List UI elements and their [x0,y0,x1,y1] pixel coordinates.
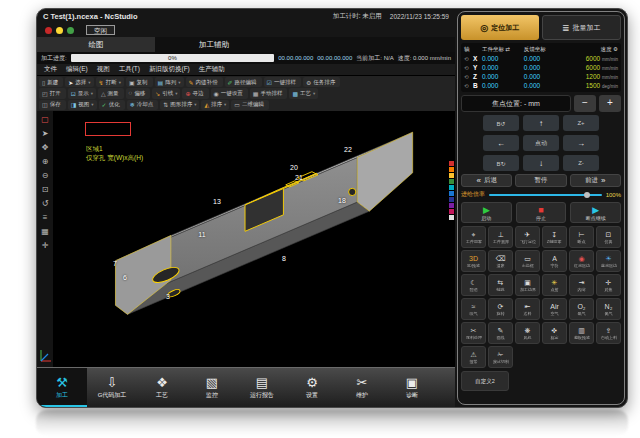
palette-swatch[interactable] [449,161,454,166]
toolbar-button[interactable]: ◌ 偏移 [126,88,151,98]
toolbar-button[interactable]: △ 测量 [98,88,124,98]
axis-clear-icon[interactable]: ⟲ [464,83,473,89]
toolbar-button[interactable]: ◭ 排序 ▾ [201,100,229,110]
function-button[interactable]: ✛ 对焦 [596,274,621,296]
function-button[interactable]: A 字符 [542,250,567,272]
function-button[interactable]: ↧ Z轴回零 [542,226,567,248]
taskbar-item[interactable]: ▤ 运行报告 [237,368,287,407]
palette-swatch[interactable] [449,179,454,184]
toolbar-button[interactable]: ▣ 复制 [126,77,153,87]
function-button[interactable]: ▣ 加工边界 [515,274,540,296]
function-button[interactable]: ❋ 风机 [515,322,540,344]
function-button[interactable]: ✁ 蒙皮切割 [488,346,513,368]
tab-machining-assist[interactable]: 加工辅助 [155,37,273,52]
toolbar-button[interactable]: ⇅ 图形排序 ▾ [160,100,199,110]
custom-2-button[interactable]: 自定义2 [461,371,509,391]
toolbar-button[interactable]: ▤ 阵列 ▾ [155,77,184,87]
function-button[interactable]: ⌫ 清废 [488,250,513,272]
function-button[interactable]: O₂ 氧气 [569,298,594,320]
toolbar-button[interactable]: ☑ 一键排样 [264,77,301,87]
drawing-tool-icon[interactable]: ⊖ [40,170,51,181]
function-button[interactable]: ⇪ 自动上料 [596,322,621,344]
function-button[interactable]: ⊥ 工件测厚 [488,226,513,248]
backward-button[interactable]: « 后退 [461,174,512,187]
toolbar-button[interactable]: ◨ 视图 ▾ [68,100,97,110]
function-button[interactable]: ▭ 走边框 [515,250,540,272]
toolbar-button[interactable]: ⊡ 显示 ▾ [68,88,96,98]
drawing-tool-icon[interactable]: ⊕ [40,156,51,167]
toolbar-button[interactable]: ⊕ 寻边 [182,88,208,98]
jog-x-minus-button[interactable]: ← [483,135,519,151]
toolbar-button[interactable]: ▦ 手动排样 [250,88,288,98]
taskbar-item[interactable]: ⇩ G代码加工 [87,368,137,407]
palette-swatch[interactable] [449,197,454,202]
menu-item[interactable]: 新旧版切换(F) [149,65,190,74]
axis-clear-icon[interactable]: ⟲ [464,56,473,62]
palette-swatch[interactable] [449,209,454,214]
forward-button[interactable]: 前进 » [570,174,621,187]
jog-b-cw-button[interactable]: B↻ [483,155,519,171]
taskbar-item[interactable]: ▧ 监控 [187,368,237,407]
menu-item[interactable]: 生产辅助 [199,65,225,74]
function-button[interactable]: Air 空气 [542,298,567,320]
jog-z-plus-button[interactable]: Z+ [563,115,599,131]
drawing-tool-icon[interactable]: ↺ [40,198,51,209]
focus-minus-button[interactable]: − [574,95,596,112]
toolbar-button[interactable]: ◫ 保存 [39,100,66,110]
jog-x-plus-button[interactable]: → [563,135,599,151]
drawing-tool-icon[interactable]: ▢ [40,114,51,125]
menu-item[interactable]: 视图 [97,65,110,74]
drawing-tool-icon[interactable]: ✛ [40,240,51,251]
menu-item[interactable]: 编辑(E) [66,65,88,74]
toolbar-button[interactable]: ✓ 优化 [99,100,125,110]
axis-clear-icon[interactable]: ⟲ [464,74,473,80]
function-button[interactable]: ✎ 画线 [488,322,513,344]
function-button[interactable]: ⟳ 旋转 [488,298,513,320]
function-button[interactable]: ☾ 照明 [461,274,486,296]
jog-b-ccw-button[interactable]: B↺ [483,115,519,131]
taskbar-item[interactable]: ❖ 工艺 [137,368,187,407]
toolbar-button[interactable]: ◰ 打开 [39,88,66,98]
taskbar-item[interactable]: ▣ 诊断 [387,368,437,407]
slider-thumb[interactable] [584,192,590,198]
toolbar-button[interactable]: ▯ 新建 [39,77,63,87]
function-button[interactable]: ⊢ 断点 [569,226,594,248]
tab-batch-machining[interactable]: ≣ 批量加工 [542,15,622,40]
palette-swatch[interactable] [449,185,454,190]
palette-swatch[interactable] [449,167,454,172]
tab-draw[interactable]: 绘图 [37,37,155,52]
toolbar-button[interactable]: ◉ 一键设置 [211,88,248,98]
taskbar-item[interactable]: ⚙ 设置 [287,368,337,407]
toolbar-button[interactable]: ✐ 路径编辑 [225,77,262,87]
toolbar-button[interactable]: ▭ 二维编辑 [231,100,269,110]
function-button[interactable]: ▥ 整板预览 [569,322,594,344]
palette-swatch[interactable] [449,191,454,196]
toolbar-button[interactable]: ▩ 工艺 ▾ [289,88,318,98]
function-button[interactable]: ◉ 红光巡边 [569,250,594,272]
jog-z-minus-button[interactable]: Z- [563,155,599,171]
run-control-button[interactable]: ■ 停止 [516,202,567,223]
drawing-tool-icon[interactable]: ⊡ [40,184,51,195]
axis-clear-icon[interactable]: ⟲ [464,65,473,71]
focus-position-field[interactable]: 焦点位置: - mm [461,95,571,112]
drawing-tool-icon[interactable]: ✥ [40,142,51,153]
function-button[interactable]: ⇤ 送料 [515,298,540,320]
run-control-button[interactable]: ▶ 启动 [461,202,512,223]
palette-swatch[interactable] [449,173,454,178]
menu-item[interactable]: 工具(T) [119,65,140,74]
focus-plus-button[interactable]: + [599,95,621,112]
function-button[interactable]: ✜ 标定 [542,322,567,344]
run-control-button[interactable]: ▶ 断点继续 [570,202,621,223]
menu-item[interactable]: 文件 [44,65,57,74]
taskbar-item[interactable]: ✂ 维护 [337,368,387,407]
taskbar-item[interactable]: ⚒ 加工 [37,368,87,407]
function-button[interactable]: ✳ 点射 [542,274,567,296]
toolbar-button[interactable]: ✎ 内缝补偿 [186,77,223,87]
function-button[interactable]: ✂ 尾料处理 [461,322,486,344]
3d-viewport[interactable]: 区域1 仅穿孔 宽(W)x高(H) 2220211318118763 [53,111,455,367]
toolbar-button[interactable]: ❄ 冷却点 [127,100,159,110]
function-button[interactable]: ⇥ 内缩 [569,274,594,296]
function-button[interactable]: ⚠ 报警 [461,346,486,368]
function-button[interactable]: ✈ 飞行定位 [515,226,540,248]
palette-swatch[interactable] [449,203,454,208]
